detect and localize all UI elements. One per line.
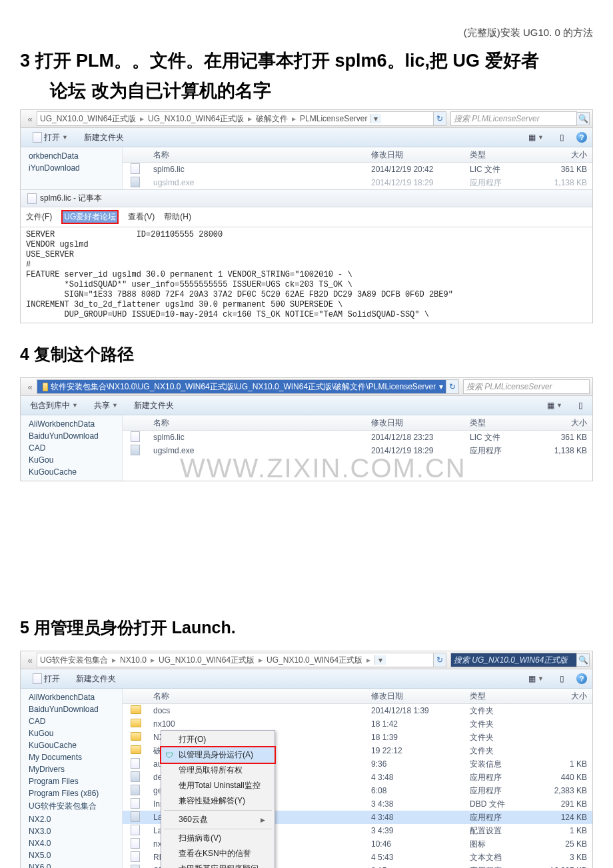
bc-drop-icon[interactable]: ▾ [438, 382, 443, 391]
refresh-icon[interactable]: ↻ [434, 653, 446, 667]
sidebar-item[interactable]: CAD [22, 442, 121, 454]
table-row[interactable]: ugslmd.exe 2014/12/19 18:29 应用程序 1,138 K… [123, 444, 592, 457]
breadcrumb-row: « UG_NX10.0_WIN64正式版▸ UG_NX10.0_WIN64正式版… [21, 110, 592, 128]
sidebar-item[interactable]: NX5.0 [22, 849, 121, 861]
bc-seg[interactable]: UG_NX10.0_WIN64正式版 [267, 655, 362, 666]
bc-seg[interactable]: PLMLicenseServer [300, 114, 367, 123]
search-icon[interactable]: 🔍 [577, 653, 590, 667]
sidebar-item[interactable]: iYunDownload [22, 162, 121, 174]
table-row[interactable]: ugslmd.exe 2014/12/19 18:29 应用程序 1,138 K… [123, 176, 592, 189]
sidebar-item[interactable]: KuGouCache [22, 466, 121, 478]
highlight-redbox: UG爱好者论坛 [61, 210, 119, 224]
sidebar-item[interactable]: NX4.0 [22, 837, 121, 849]
cm-360cloud[interactable]: 360云盘▶ [161, 812, 275, 827]
cm-owner[interactable]: 管理员取得所有权 [161, 763, 275, 778]
sidebar-item[interactable]: CAD [22, 715, 121, 727]
sidebar-item[interactable]: NX3.0 [22, 825, 121, 837]
back-icon[interactable]: « [25, 382, 35, 391]
back-icon[interactable]: « [25, 655, 35, 665]
search-icon[interactable]: 🔍 [577, 112, 590, 125]
bc-seg[interactable]: UG_NX10.0_WIN64正式版 [148, 113, 244, 125]
sidebar-item[interactable]: AliWorkbenchData [22, 418, 121, 430]
refresh-icon[interactable]: ↻ [434, 111, 446, 126]
sidebar-item[interactable]: MyDrivers [22, 763, 121, 775]
col-type[interactable]: 类型 [464, 417, 528, 429]
col-size[interactable]: 大小 [528, 417, 592, 429]
cm-open[interactable]: 打开(O) [161, 732, 275, 747]
col-name[interactable]: 名称 [148, 149, 366, 161]
sidebar-item[interactable]: NX2.0 [22, 813, 121, 825]
back-icon[interactable]: « [25, 114, 35, 123]
cm-run-admin[interactable]: 🛡 以管理员身份运行(A) [161, 747, 275, 763]
breadcrumb-path[interactable]: UG_NX10.0_WIN64正式版▸ UG_NX10.0_WIN64正式版▸ … [37, 111, 434, 126]
sidebar-item[interactable]: KuGou [22, 727, 121, 739]
notepad-content[interactable]: SERVER ID=201105555 28000 VENDOR ugslmd … [21, 227, 592, 323]
sidebar-item[interactable]: KuGouCache [22, 739, 121, 751]
sidebar-item[interactable]: My Documents [22, 751, 121, 763]
open-button[interactable]: 打开 [26, 673, 64, 685]
bc-seg[interactable]: UG_NX10.0_WIN64正式版 [159, 655, 255, 666]
cm-compat[interactable]: 兼容性疑难解答(Y) [161, 793, 275, 809]
menu-help[interactable]: 帮助(H) [164, 211, 191, 223]
bc-drop-icon[interactable]: ▾ [370, 114, 381, 123]
search-input[interactable]: 搜索 PLMLicenseServer [463, 379, 590, 394]
sidebar-item[interactable]: NX6.0 [22, 861, 121, 868]
file-icon [131, 163, 140, 174]
sidebar-item[interactable]: UG软件安装包集合 [22, 799, 121, 813]
col-date[interactable]: 修改日期 [366, 149, 464, 161]
sidebar-item[interactable]: AliWorkbenchData [22, 691, 121, 703]
folder-icon [43, 383, 48, 391]
search-placeholder: 搜索 PLMLicenseServer [454, 113, 540, 125]
sidebar-item[interactable]: Program Files [22, 775, 121, 787]
address-input[interactable]: 软件安装包集合\NX10.0\UG_NX10.0_WIN64正式版\UG_NX1… [37, 379, 446, 394]
bc-seg[interactable]: 破解文件 [256, 113, 288, 125]
breadcrumb-path[interactable]: UG软件安装包集合▸ NX10.0▸ UG_NX10.0_WIN64正式版▸ U… [37, 653, 434, 667]
sidebar-item[interactable]: orkbenchData [22, 150, 121, 162]
table-row[interactable]: docs2014/12/18 1:39文件夹 [123, 704, 592, 717]
view-mode-button[interactable]: ▦▼ [524, 674, 548, 683]
col-name[interactable]: 名称 [148, 417, 366, 429]
sidebar-item[interactable]: KuGou [22, 454, 121, 466]
search-input[interactable]: 搜索 PLMLicenseServer [450, 111, 577, 126]
col-size[interactable]: 大小 [528, 691, 592, 702]
bc-seg[interactable]: UG软件安装包集合 [40, 655, 108, 666]
menu-view[interactable]: 查看(V) [128, 211, 155, 223]
help-icon[interactable]: ? [576, 132, 587, 143]
file-icon [131, 445, 140, 455]
col-date[interactable]: 修改日期 [366, 417, 464, 429]
view-mode-button[interactable]: ▦▼ [524, 133, 548, 142]
share-button[interactable]: 共享▼ [90, 400, 122, 411]
col-type[interactable]: 类型 [464, 149, 528, 161]
sidebar-item[interactable]: Program Files (x86) [22, 787, 121, 799]
refresh-icon[interactable]: ↻ [446, 379, 459, 394]
menu-file[interactable]: 文件(F) [26, 211, 52, 223]
help-icon[interactable]: ? [576, 673, 587, 684]
bc-seg[interactable]: NX10.0 [120, 655, 147, 665]
bc-drop-icon[interactable]: ▾ [374, 655, 386, 665]
table-row[interactable]: nx10018 1:42文件夹 [123, 717, 592, 731]
col-size[interactable]: 大小 [528, 149, 592, 161]
newfolder-button[interactable]: 新建文件夹 [80, 132, 128, 143]
col-date[interactable]: 修改日期 [366, 691, 464, 702]
col-type[interactable]: 类型 [464, 691, 528, 702]
search-placeholder: 搜索 UG_NX10.0_WIN64正式版 [454, 655, 568, 666]
bc-seg[interactable]: UG_NX10.0_WIN64正式版 [40, 113, 136, 125]
col-name[interactable]: 名称 [148, 691, 366, 702]
cm-ksn[interactable]: 查看在KSN中的信誉 [161, 846, 275, 861]
cm-kaspersky[interactable]: 卡巴斯基应用程序顾问 [161, 861, 275, 868]
search-input[interactable]: 搜索 UG_NX10.0_WIN64正式版 [450, 653, 577, 667]
sidebar-item[interactable]: BaiduYunDownload [22, 430, 121, 442]
cm-total-uninstall[interactable]: 使用Total Uninstall监控 [161, 778, 275, 793]
table-row[interactable]: splm6.lic 2014/12/18 23:23 LIC 文件 361 KB [123, 431, 592, 444]
newfolder-button[interactable]: 新建文件夹 [130, 400, 178, 411]
preview-pane-button[interactable]: ▯ [556, 674, 568, 683]
cm-scan[interactable]: 扫描病毒(V) [161, 831, 275, 846]
sidebar-item[interactable]: BaiduYunDownload [22, 703, 121, 715]
preview-pane-button[interactable]: ▯ [556, 133, 568, 142]
preview-pane-button[interactable]: ▯ [574, 401, 587, 410]
open-button[interactable]: 打开▼ [26, 132, 72, 143]
include-button[interactable]: 包含到库中▼ [26, 400, 82, 411]
view-mode-button[interactable]: ▦▼ [543, 401, 566, 410]
newfolder-button[interactable]: 新建文件夹 [72, 673, 120, 685]
table-row[interactable]: splm6.lic 2014/12/19 20:42 LIC 文件 361 KB [123, 163, 592, 176]
